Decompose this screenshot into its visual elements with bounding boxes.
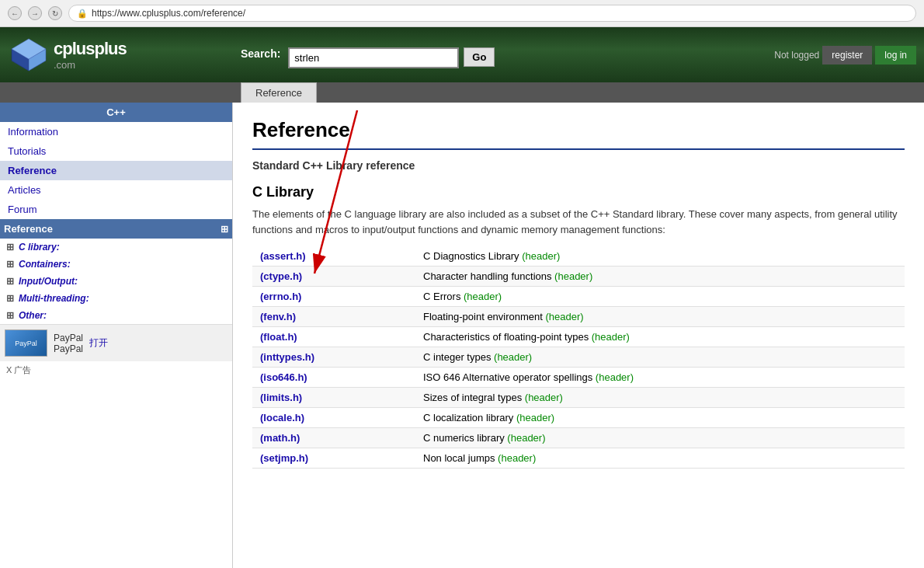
header-tag: (header) (464, 291, 502, 302)
table-row: (inttypes.h) C integer types (header) (252, 347, 905, 368)
main-layout: C++ Information Tutorials Reference Arti… (0, 103, 924, 568)
sidebar-item-forum[interactable]: Forum (0, 200, 232, 219)
ref-desc: Sizes of integral types (header) (415, 388, 905, 408)
search-go-button[interactable]: Go (464, 47, 495, 67)
ref-link[interactable]: (ctype.h) (260, 270, 302, 282)
ref-link[interactable]: (math.h) (260, 432, 300, 444)
header-tag: (header) (554, 270, 592, 282)
c-library-desc: The elements of the C language library a… (252, 207, 905, 237)
logo-text: cplusplus (54, 39, 127, 59)
ad-open-button[interactable]: 打开 (89, 336, 108, 350)
logo-text-group: cplusplus .com (54, 39, 127, 71)
ref-link[interactable]: (iso646.h) (260, 371, 307, 383)
content-area: Reference Standard C++ Library reference… (233, 103, 924, 484)
ad-close[interactable]: X 广告 (0, 361, 232, 379)
ref-desc: Non local jumps (header) (415, 448, 905, 469)
nav-tab-bar: Reference (0, 82, 924, 103)
ref-link[interactable]: (errno.h) (260, 291, 301, 302)
header-tag: (header) (592, 331, 630, 343)
sidebar-ref-expand-icon[interactable]: ⊞ (221, 224, 228, 235)
ref-desc: C Errors (header) (415, 287, 905, 307)
auth-area: Not logged register log in (774, 46, 916, 64)
lock-icon: 🔒 (77, 9, 88, 19)
header-tag: (header) (494, 351, 532, 363)
plus-icon: ⊞ (6, 276, 14, 287)
ad-company: PayPal (54, 333, 83, 343)
sidebar-item-articles[interactable]: Articles (0, 180, 232, 200)
ref-link[interactable]: (fenv.h) (260, 311, 296, 322)
table-row: (float.h) Characteristics of floating-po… (252, 327, 905, 347)
table-row: (locale.h) C localization library (heade… (252, 408, 905, 428)
ref-desc: C Diagnostics Library (header) (415, 246, 905, 267)
header-tag: (header) (498, 452, 536, 464)
sidebar-item-tutorials[interactable]: Tutorials (0, 141, 232, 161)
table-row: (assert.h) C Diagnostics Library (header… (252, 246, 905, 267)
ref-item-other-label: Other: (19, 310, 47, 321)
refresh-button[interactable]: ↻ (48, 6, 62, 20)
ad-thumbnail: PayPal (5, 329, 47, 357)
table-row: (errno.h) C Errors (header) (252, 287, 905, 307)
ref-item-containers[interactable]: ⊞ Containers: (0, 256, 232, 273)
reference-section-label: Reference (4, 223, 53, 235)
browser-chrome: ← → ↻ 🔒 https://www.cplusplus.com/refere… (0, 0, 924, 27)
search-label: Search: (241, 47, 280, 60)
header-tag: (header) (546, 311, 584, 322)
ref-link[interactable]: (setjmp.h) (260, 452, 308, 464)
cpp-section-title: C++ (0, 103, 232, 122)
ref-link[interactable]: (limits.h) (260, 392, 302, 403)
ad-thumbnail-text: PayPal (15, 340, 37, 347)
ref-item-containers-label: Containers: (19, 259, 71, 270)
not-logged-text: Not logged (774, 50, 819, 61)
login-button[interactable]: log in (875, 46, 916, 64)
site-header: cplusplus .com Search: Go Not logged reg… (0, 27, 924, 82)
ref-desc: C localization library (header) (415, 408, 905, 428)
ref-link[interactable]: (locale.h) (260, 412, 304, 423)
header-tag: (header) (516, 412, 554, 423)
content-wrapper: Reference Standard C++ Library reference… (233, 103, 924, 568)
ref-item-other[interactable]: ⊞ Other: (0, 307, 232, 324)
back-button[interactable]: ← (8, 6, 22, 20)
ref-item-threading[interactable]: ⊞ Multi-threading: (0, 290, 232, 307)
browser-titlebar: ← → ↻ 🔒 https://www.cplusplus.com/refere… (0, 0, 924, 26)
c-library-heading: C Library (252, 184, 905, 200)
ref-desc: Character handling functions (header) (415, 267, 905, 287)
url-text: https://www.cplusplus.com/reference/ (92, 8, 245, 19)
ref-item-io[interactable]: ⊞ Input/Output: (0, 273, 232, 290)
sidebar: C++ Information Tutorials Reference Arti… (0, 103, 233, 568)
page-title: Reference (252, 118, 905, 150)
ref-link[interactable]: (inttypes.h) (260, 351, 314, 363)
ref-item-clibrary[interactable]: ⊞ C library: (0, 239, 232, 256)
sidebar-item-reference[interactable]: Reference (0, 161, 232, 180)
ad-text-block: PayPal PayPal (54, 333, 83, 354)
table-row: (ctype.h) Character handling functions (… (252, 267, 905, 287)
ref-link[interactable]: (assert.h) (260, 250, 306, 262)
ref-desc: C numerics library (header) (415, 428, 905, 448)
sidebar-nav-list: Information Tutorials Reference Articles… (0, 122, 232, 219)
ref-desc: Floating-point environment (header) (415, 307, 905, 327)
logo-cube (8, 33, 50, 76)
ref-link[interactable]: (float.h) (260, 331, 297, 343)
table-row: (fenv.h) Floating-point environment (hea… (252, 307, 905, 327)
address-bar[interactable]: 🔒 https://www.cplusplus.com/reference/ (68, 5, 916, 22)
search-input[interactable] (288, 47, 459, 68)
ad-company2: PayPal (54, 343, 83, 354)
table-row: (math.h) C numerics library (header) (252, 428, 905, 448)
ref-item-clibrary-label: C library: (19, 242, 60, 253)
plus-icon: ⊞ (6, 310, 14, 321)
reference-table: (assert.h) C Diagnostics Library (header… (252, 246, 905, 469)
register-button[interactable]: register (822, 46, 872, 64)
plus-icon: ⊞ (6, 293, 14, 304)
ref-desc: ISO 646 Alternative operator spellings (… (415, 368, 905, 388)
forward-button[interactable]: → (28, 6, 42, 20)
ref-desc: C integer types (header) (415, 347, 905, 368)
sidebar-reference-header: Reference ⊞ (0, 219, 232, 239)
table-row: (setjmp.h) Non local jumps (header) (252, 448, 905, 469)
reference-tab[interactable]: Reference (241, 82, 317, 103)
header-tag: (header) (522, 250, 560, 262)
sidebar-item-information[interactable]: Information (0, 122, 232, 141)
ref-item-io-label: Input/Output: (19, 276, 78, 287)
plus-icon: ⊞ (6, 259, 14, 270)
table-row: (iso646.h) ISO 646 Alternative operator … (252, 368, 905, 388)
plus-icon: ⊞ (6, 242, 14, 253)
ref-desc: Characteristics of floating-point types … (415, 327, 905, 347)
